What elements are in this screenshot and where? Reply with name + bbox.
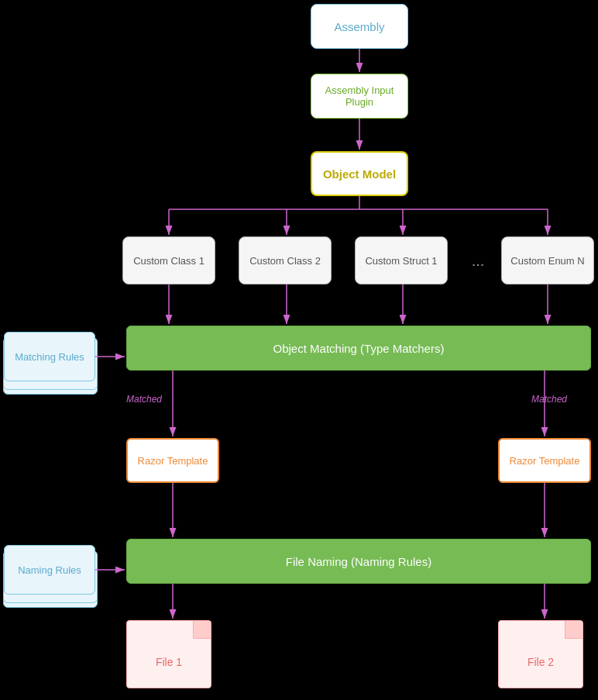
object-model-label: Object Model: [323, 167, 396, 181]
object-model-node: Object Model: [311, 151, 408, 196]
razor-template-2-node: Razor Template: [498, 438, 591, 483]
razor-template-2-label: Razor Template: [510, 455, 580, 467]
custom-class-1-node: Custom Class 1: [122, 236, 215, 284]
assembly-node: Assembly: [311, 4, 408, 49]
file-2-label: File 2: [528, 656, 554, 668]
object-matching-label: Object Matching (Type Matchers): [273, 342, 445, 355]
matched-label-2: Matched: [531, 394, 567, 405]
naming-rules-label: Naming Rules: [18, 564, 81, 576]
custom-class-2-node: Custom Class 2: [239, 236, 332, 284]
file-1-node: File 1: [126, 620, 211, 688]
razor-template-1-label: Razor Template: [138, 455, 208, 467]
file-naming-label: File Naming (Naming Rules): [286, 555, 431, 568]
custom-enum-n-node: Custom Enum N: [501, 236, 594, 284]
assembly-label: Assembly: [334, 20, 384, 33]
custom-struct-1-label: Custom Struct 1: [365, 255, 437, 267]
custom-class-1-label: Custom Class 1: [133, 255, 204, 267]
input-plugin-node: Assembly Input Plugin: [311, 74, 408, 119]
diagram: Assembly Assembly Input Plugin Object Mo…: [0, 0, 598, 700]
custom-struct-1-node: Custom Struct 1: [355, 236, 448, 284]
custom-enum-n-label: Custom Enum N: [510, 255, 584, 267]
custom-class-2-label: Custom Class 2: [249, 255, 321, 267]
naming-rules-node: Naming Rules: [4, 545, 95, 595]
dots-node: ...: [462, 236, 493, 284]
input-plugin-label: Assembly Input Plugin: [311, 84, 407, 108]
file-1-label: File 1: [156, 656, 182, 668]
file-2-node: File 2: [498, 620, 583, 688]
razor-template-1-node: Razor Template: [126, 438, 219, 483]
object-matching-node: Object Matching (Type Matchers): [126, 326, 591, 371]
matching-rules-node: Matching Rules: [4, 332, 95, 381]
dots-label: ...: [472, 252, 485, 270]
matched-label-1: Matched: [126, 394, 162, 405]
file-naming-node: File Naming (Naming Rules): [126, 539, 591, 584]
matching-rules-label: Matching Rules: [15, 351, 84, 363]
